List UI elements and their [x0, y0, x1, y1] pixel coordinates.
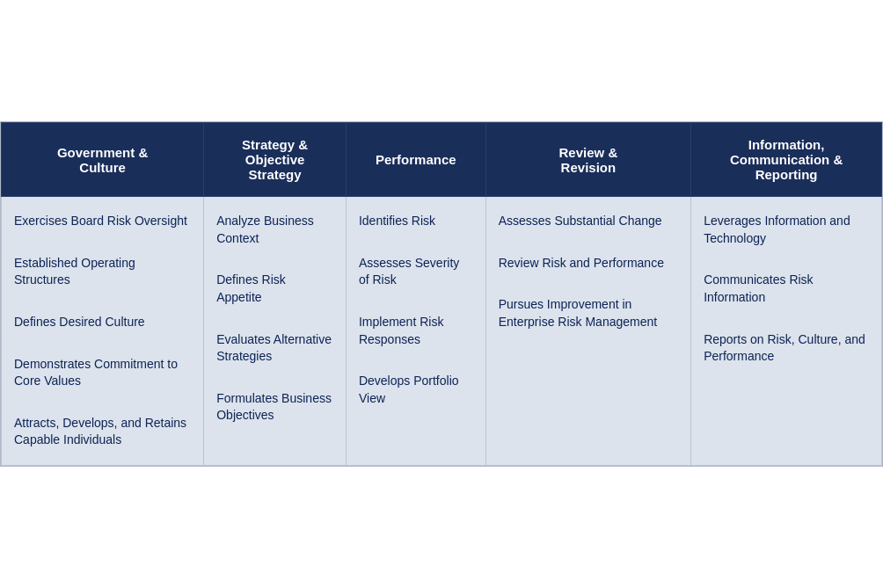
header-gov-culture: Government & Culture	[2, 123, 204, 197]
header-strategy: Strategy & Objective Strategy	[204, 123, 347, 197]
list-item: Defines Risk Appetite	[216, 272, 333, 306]
list-item: Identifies Risk	[359, 213, 473, 230]
header-review: Review & Revision	[485, 123, 691, 197]
list-item: Implement Risk Responses	[359, 314, 473, 348]
col-performance: Identifies RiskAssesses Severity of Risk…	[346, 197, 485, 466]
list-item: Communicates Risk Information	[704, 272, 869, 306]
list-item: Leverages Information and Technology	[704, 213, 869, 247]
list-item: Review Risk and Performance	[499, 255, 679, 272]
col-review: Assesses Substantial ChangeReview Risk a…	[485, 197, 691, 466]
list-item: Exercises Board Risk Oversight	[14, 213, 191, 230]
list-item: Defines Desired Culture	[14, 314, 191, 331]
col-info: Leverages Information and TechnologyComm…	[691, 197, 882, 466]
list-item: Evaluates Alternative Strategies	[216, 331, 333, 366]
col-gov-culture: Exercises Board Risk OversightEstablishe…	[2, 197, 204, 466]
list-item: Pursues Improvement in Enterprise Risk M…	[499, 296, 679, 330]
col-strategy: Analyze Business ContextDefines Risk App…	[204, 197, 347, 466]
list-item: Reports on Risk, Culture, and Performanc…	[704, 331, 869, 366]
list-item: Attracts, Develops, and Retains Capable …	[14, 415, 191, 449]
list-item: Assesses Substantial Change	[499, 213, 679, 230]
list-item: Formulates Business Objectives	[216, 390, 333, 425]
list-item: Established Operating Structures	[14, 255, 191, 289]
list-item: Develops Portfolio View	[359, 373, 473, 407]
list-item: Demonstrates Commitment to Core Values	[14, 356, 191, 390]
header-performance: Performance	[346, 123, 485, 197]
main-table: Government & Culture Strategy & Objectiv…	[0, 121, 883, 467]
list-item: Analyze Business Context	[216, 213, 333, 247]
list-item: Assesses Severity of Risk	[359, 255, 473, 289]
header-info: Information, Communication & Reporting	[691, 123, 882, 197]
